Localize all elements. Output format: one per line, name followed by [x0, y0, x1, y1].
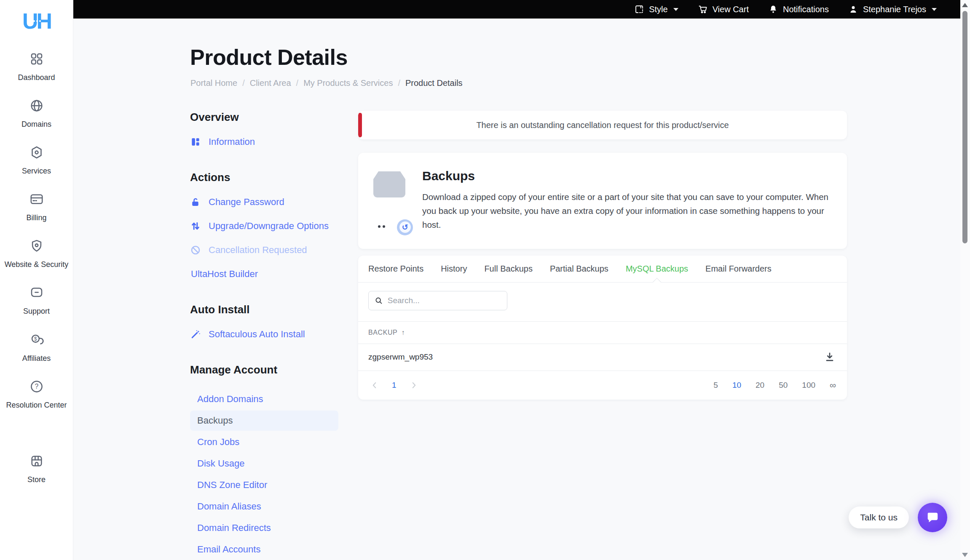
- dashboard-grid-icon: [29, 51, 44, 67]
- ultahost-logo[interactable]: UH: [22, 10, 51, 32]
- upgrade-downgrade-link[interactable]: Upgrade/Downgrade Options: [190, 221, 338, 232]
- manage-item-domain-aliases[interactable]: Domain Aliases: [190, 496, 338, 517]
- sidebar-nav: Dashboard Domains Services Billing: [0, 51, 73, 500]
- manage-item-email-accounts[interactable]: Email Accounts: [190, 539, 338, 560]
- page-number[interactable]: 1: [392, 381, 397, 390]
- user-menu[interactable]: Stephanie Trejos: [848, 4, 937, 14]
- sidebar-item-label: Billing: [26, 212, 46, 223]
- page-size-50[interactable]: 50: [779, 381, 788, 390]
- magic-wand-icon: [190, 329, 201, 340]
- overview-section: Overview Information: [190, 111, 338, 147]
- question-circle-icon: ?: [29, 379, 44, 394]
- manage-item-domain-redirects[interactable]: Domain Redirects: [190, 518, 338, 538]
- pagination: 1 5 10 20 50 100 ∞: [358, 371, 847, 400]
- sidebar-item-billing[interactable]: Billing: [0, 192, 73, 223]
- cart-icon: [698, 4, 708, 14]
- backup-column-header[interactable]: BACKUP: [368, 329, 397, 336]
- ban-icon: [190, 245, 201, 256]
- page-size-20[interactable]: 20: [756, 381, 764, 390]
- information-label: Information: [209, 136, 255, 147]
- backups-title: Backups: [422, 169, 830, 183]
- tab-restore-points[interactable]: Restore Points: [368, 255, 423, 282]
- sidebar-item-website-security[interactable]: Website & Security: [0, 238, 73, 270]
- page-size-10[interactable]: 10: [732, 381, 741, 390]
- sidebar-item-services[interactable]: Services: [0, 145, 73, 176]
- cancellation-requested-label: Cancellation Requested: [209, 245, 307, 256]
- sidebar-item-store[interactable]: Store: [0, 453, 73, 485]
- download-icon: [824, 352, 835, 363]
- breadcrumb-portal-home[interactable]: Portal Home: [190, 78, 237, 88]
- manage-item-disk-usage[interactable]: Disk Usage: [190, 453, 338, 474]
- tab-email-forwarders[interactable]: Email Forwarders: [705, 255, 772, 282]
- breadcrumb-my-products[interactable]: My Products & Services: [303, 78, 393, 88]
- upgrade-downgrade-label: Upgrade/Downgrade Options: [209, 221, 329, 232]
- backups-card: ↺ Backups Download a zipped copy of your…: [358, 153, 847, 249]
- page-size-infinity[interactable]: ∞: [830, 380, 836, 390]
- hexagon-nut-icon: [29, 145, 44, 160]
- sidebar-item-label: Resolution Center: [6, 400, 67, 411]
- chevron-down-icon: [932, 8, 937, 11]
- cancellation-requested-link: Cancellation Requested: [190, 245, 338, 256]
- view-cart-button[interactable]: View Cart: [698, 4, 749, 14]
- download-backup-button[interactable]: [823, 350, 837, 364]
- search-input[interactable]: [388, 296, 501, 305]
- bell-icon: [768, 4, 778, 14]
- style-menu[interactable]: Style: [634, 4, 678, 14]
- tab-history[interactable]: History: [441, 255, 467, 282]
- page-size-options: 5 10 20 50 100 ∞: [713, 380, 836, 390]
- page-size-5[interactable]: 5: [713, 381, 718, 390]
- up-down-arrows-icon: [190, 221, 201, 232]
- style-label: Style: [649, 5, 667, 14]
- talk-to-us-button[interactable]: Talk to us: [849, 507, 909, 528]
- backup-name: zgpserwm_wp953: [368, 352, 433, 362]
- softaculous-link[interactable]: Softaculous Auto Install: [190, 329, 338, 340]
- logo-dots: [33, 20, 41, 22]
- sidebar-item-label: Domains: [21, 119, 51, 130]
- search-box[interactable]: [368, 291, 507, 310]
- search-icon: [375, 296, 383, 305]
- alert-red-accent: [358, 113, 362, 137]
- sidebar-item-dashboard[interactable]: Dashboard: [0, 51, 73, 83]
- table-header-row: BACKUP ↑: [358, 321, 847, 344]
- chat-launcher-button[interactable]: [918, 503, 947, 532]
- breadcrumb-current: Product Details: [405, 78, 463, 88]
- product-content-column: There is an outstanding cancellation req…: [358, 111, 847, 400]
- notifications-button[interactable]: Notifications: [768, 4, 829, 14]
- manage-item-dns-zone-editor[interactable]: DNS Zone Editor: [190, 475, 338, 495]
- information-link[interactable]: Information: [190, 136, 338, 147]
- product-nav-column: Overview Information Actions: [190, 111, 338, 560]
- ultahost-builder-link[interactable]: UltaHost Builder: [190, 269, 338, 280]
- view-cart-label: View Cart: [713, 5, 749, 14]
- manage-item-cron-jobs[interactable]: Cron Jobs: [190, 432, 338, 452]
- breadcrumb-separator: /: [398, 78, 400, 88]
- tab-partial-backups[interactable]: Partial Backups: [550, 255, 608, 282]
- sidebar-item-resolution-center[interactable]: ? Resolution Center: [0, 379, 73, 411]
- scroll-down-arrow-icon[interactable]: [962, 553, 968, 557]
- next-page-button[interactable]: [408, 380, 419, 391]
- sidebar-item-support[interactable]: Support: [0, 285, 73, 317]
- chevron-right-icon: [409, 381, 418, 390]
- softaculous-label: Softaculous Auto Install: [209, 329, 305, 340]
- tab-mysql-backups[interactable]: MySQL Backups: [626, 255, 688, 282]
- change-password-link[interactable]: Change Password: [190, 197, 338, 208]
- scroll-up-arrow-icon[interactable]: [962, 3, 968, 7]
- manage-item-addon-domains[interactable]: Addon Domains: [190, 389, 338, 409]
- vertical-scrollbar[interactable]: [960, 0, 970, 560]
- sidebar-item-label: Support: [23, 306, 50, 317]
- tab-full-backups[interactable]: Full Backups: [484, 255, 533, 282]
- breadcrumb-client-area[interactable]: Client Area: [250, 78, 291, 88]
- previous-page-button[interactable]: [369, 380, 380, 391]
- chevron-down-icon: [673, 8, 678, 11]
- manage-item-backups[interactable]: Backups: [190, 411, 338, 431]
- sidebar-item-domains[interactable]: Domains: [0, 98, 73, 130]
- actions-section: Actions Change Password Upgrade/Downgrad…: [190, 171, 338, 280]
- backups-table-card: Restore Points History Full Backups Part…: [358, 256, 847, 400]
- backups-description: Download a zipped copy of your entire si…: [422, 190, 830, 232]
- scrollbar-thumb[interactable]: [962, 11, 967, 243]
- page-size-100[interactable]: 100: [802, 381, 815, 390]
- sidebar-item-affiliates[interactable]: $ Affiliates: [0, 332, 73, 364]
- svg-text:?: ?: [35, 383, 38, 390]
- breadcrumb-separator: /: [296, 78, 299, 88]
- ultahost-builder-label: UltaHost Builder: [191, 269, 258, 280]
- sort-ascending-icon[interactable]: ↑: [401, 329, 405, 336]
